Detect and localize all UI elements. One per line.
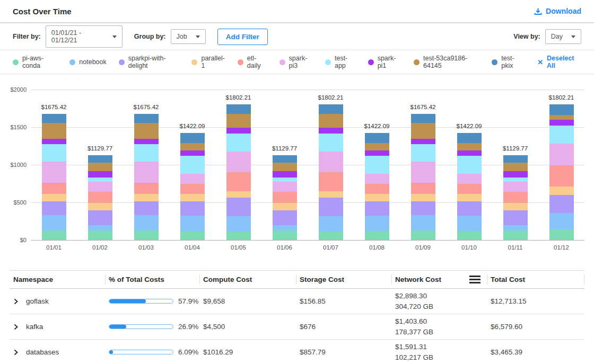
column-header-pct-total-costs[interactable]: % of Total Costs — [105, 271, 199, 288]
namespace-cell[interactable]: kafka — [10, 323, 105, 331]
bar-segment-test-53ca9186-64145[interactable] — [273, 163, 297, 171]
bar-segment-test-53ca9186-64145[interactable] — [88, 163, 112, 171]
add-filter-button[interactable]: Add Filter — [217, 29, 268, 45]
bar-segment-test-pkix[interactable] — [503, 155, 528, 163]
bar-segment-notebook[interactable] — [134, 215, 159, 230]
legend-item-test-53ca9186-64145[interactable]: test-53ca9186-64145 — [414, 55, 479, 69]
chevron-right-icon[interactable] — [13, 298, 19, 305]
bar-column-01/03[interactable]: $1675.42 — [123, 90, 169, 240]
group-by-dropdown[interactable]: Job — [171, 29, 206, 44]
bar-segment-parallel-1[interactable] — [180, 194, 205, 201]
bar-segment-spark-pi1[interactable] — [549, 120, 574, 126]
bar-segment-parallel-1[interactable] — [273, 203, 297, 210]
bar-column-01/11[interactable]: $1129.77 — [492, 90, 538, 240]
bar-segment-etl-daily[interactable] — [549, 165, 574, 187]
bar-segment-test-app[interactable] — [42, 144, 66, 162]
bar-segment-spark-pi1[interactable] — [365, 150, 389, 156]
stacked-bar[interactable] — [273, 155, 297, 240]
bar-segment-test-app[interactable] — [226, 134, 251, 151]
bar-column-01/04[interactable]: $1422.09 — [169, 90, 215, 240]
bar-segment-test-app[interactable] — [319, 134, 343, 151]
legend-item-sparkpi-with-delight[interactable]: sparkpi-with-delight — [119, 55, 180, 69]
bar-segment-test-app[interactable] — [549, 126, 574, 144]
bar-segment-test-53ca9186-64145[interactable] — [180, 143, 205, 150]
bar-segment-pi-aws-conda[interactable] — [134, 230, 159, 240]
stacked-bar[interactable] — [457, 133, 482, 240]
download-button[interactable]: Download — [534, 7, 581, 15]
stacked-bar[interactable] — [365, 133, 389, 240]
bar-segment-spark-pi3[interactable] — [134, 162, 159, 182]
bar-segment-spark-pi3[interactable] — [226, 152, 251, 172]
bar-segment-spark-pi1[interactable] — [457, 150, 482, 156]
bar-segment-spark-pi1[interactable] — [411, 139, 435, 144]
stacked-bar[interactable] — [88, 155, 112, 240]
bar-segment-notebook[interactable] — [365, 216, 389, 231]
bar-column-01/07[interactable]: $1802.21 — [308, 90, 354, 240]
legend-item-notebook[interactable]: notebook — [69, 58, 106, 66]
bar-segment-notebook[interactable] — [549, 213, 574, 229]
bar-segment-test-pkix[interactable] — [88, 155, 112, 163]
stacked-bar[interactable] — [549, 104, 574, 240]
bar-segment-test-app[interactable] — [411, 144, 435, 162]
hamburger-menu-icon[interactable] — [469, 276, 481, 283]
column-header-total-cost[interactable]: Total Cost — [487, 271, 584, 288]
bar-column-01/08[interactable]: $1422.09 — [354, 90, 400, 240]
bar-segment-spark-pi1[interactable] — [88, 171, 112, 177]
bar-segment-notebook[interactable] — [273, 225, 297, 230]
bar-column-01/09[interactable]: $1675.42 — [400, 90, 446, 240]
bar-segment-parallel-1[interactable] — [457, 194, 482, 201]
bar-segment-sparkpi-with-delight[interactable] — [549, 195, 574, 213]
bar-segment-etl-daily[interactable] — [88, 192, 112, 203]
legend-item-test-pkix[interactable]: test-pkix — [492, 55, 523, 69]
legend-item-spark-pi1[interactable]: spark-pi1 — [368, 55, 401, 69]
bar-segment-etl-daily[interactable] — [365, 184, 389, 194]
bar-segment-sparkpi-with-delight[interactable] — [319, 198, 343, 216]
bar-segment-test-pkix[interactable] — [134, 114, 159, 123]
bar-segment-sparkpi-with-delight[interactable] — [365, 201, 389, 216]
bar-segment-test-53ca9186-64145[interactable] — [134, 123, 159, 139]
column-header-network-cost[interactable]: Network Cost — [391, 271, 487, 288]
bar-segment-etl-daily[interactable] — [273, 192, 297, 203]
bar-segment-parallel-1[interactable] — [503, 203, 528, 210]
bar-segment-test-pkix[interactable] — [226, 104, 251, 114]
stacked-bar[interactable] — [319, 104, 343, 240]
bar-segment-spark-pi1[interactable] — [319, 128, 343, 134]
bar-segment-notebook[interactable] — [226, 216, 251, 232]
bar-segment-sparkpi-with-delight[interactable] — [503, 210, 528, 225]
bar-segment-test-app[interactable] — [365, 156, 389, 173]
bar-segment-etl-daily[interactable] — [180, 184, 205, 194]
bar-segment-spark-pi3[interactable] — [503, 182, 528, 192]
bar-segment-test-app[interactable] — [134, 144, 159, 162]
bar-segment-test-53ca9186-64145[interactable] — [503, 163, 528, 171]
bar-segment-spark-pi3[interactable] — [549, 144, 574, 165]
bar-segment-spark-pi1[interactable] — [42, 139, 66, 144]
namespace-cell[interactable]: goflask — [10, 297, 105, 305]
bar-segment-etl-daily[interactable] — [42, 183, 66, 194]
bar-segment-parallel-1[interactable] — [365, 194, 389, 201]
bar-segment-spark-pi3[interactable] — [180, 174, 205, 184]
bar-segment-test-53ca9186-64145[interactable] — [319, 114, 343, 128]
bar-segment-parallel-1[interactable] — [319, 191, 343, 198]
bar-segment-pi-aws-conda[interactable] — [549, 229, 574, 240]
bar-segment-parallel-1[interactable] — [88, 203, 112, 210]
legend-item-pi-aws-conda[interactable]: pi-aws-conda — [13, 55, 57, 69]
bar-segment-spark-pi3[interactable] — [42, 162, 66, 182]
bar-segment-spark-pi3[interactable] — [88, 182, 112, 192]
bar-segment-pi-aws-conda[interactable] — [88, 230, 112, 240]
column-header-storage-cost[interactable]: Storage Cost — [296, 271, 391, 288]
chevron-right-icon[interactable] — [13, 324, 19, 330]
bar-segment-notebook[interactable] — [88, 225, 112, 230]
legend-item-spark-pi3[interactable]: spark-pi3 — [279, 55, 313, 69]
bar-segment-notebook[interactable] — [180, 216, 205, 231]
bar-segment-test-53ca9186-64145[interactable] — [411, 123, 435, 139]
bar-segment-pi-aws-conda[interactable] — [319, 232, 343, 240]
bar-segment-notebook[interactable] — [457, 216, 482, 231]
bar-segment-test-pkix[interactable] — [549, 104, 574, 114]
stacked-bar[interactable] — [180, 133, 205, 240]
bar-segment-test-pkix[interactable] — [273, 155, 297, 163]
bar-segment-test-53ca9186-64145[interactable] — [226, 114, 251, 128]
bar-segment-etl-daily[interactable] — [503, 192, 528, 203]
bar-segment-sparkpi-with-delight[interactable] — [273, 210, 297, 225]
bar-segment-spark-pi1[interactable] — [503, 171, 528, 177]
bar-segment-sparkpi-with-delight[interactable] — [226, 198, 251, 216]
